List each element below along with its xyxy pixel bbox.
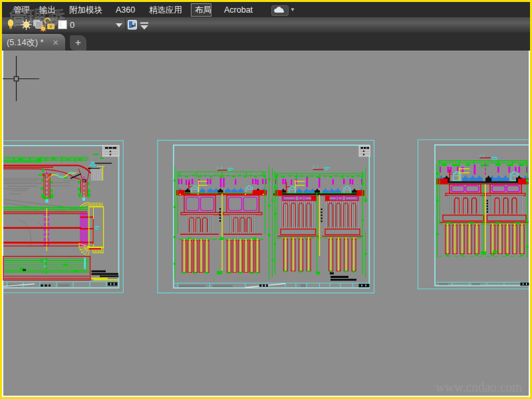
svg-text:1-1: 1-1 xyxy=(217,166,223,170)
svg-text:2-2: 2-2 xyxy=(479,154,485,158)
svg-text:2-2: 2-2 xyxy=(313,165,319,170)
svg-text:www.cndao.com: www.cndao.com xyxy=(436,378,522,395)
